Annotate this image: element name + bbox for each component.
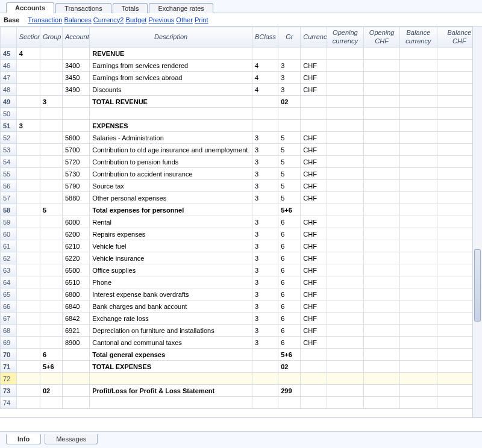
cell[interactable] bbox=[364, 108, 400, 120]
cell[interactable] bbox=[364, 180, 400, 192]
cell[interactable]: CHF bbox=[301, 60, 327, 72]
cell[interactable] bbox=[252, 108, 278, 120]
cell[interactable]: 3 bbox=[252, 300, 278, 313]
table-row[interactable]: 575880Other personal expenses35CHF bbox=[1, 192, 482, 204]
cell[interactable] bbox=[400, 132, 437, 144]
cell[interactable] bbox=[364, 84, 400, 96]
cell[interactable]: 64 bbox=[1, 276, 17, 288]
cell[interactable] bbox=[301, 397, 327, 409]
cell[interactable]: 3 bbox=[252, 228, 278, 240]
col-header-opening-currency[interactable]: Opening currency bbox=[327, 27, 364, 48]
cell[interactable]: 49 bbox=[1, 96, 17, 108]
cell[interactable]: Depreciation on furniture and installati… bbox=[90, 325, 252, 337]
cell[interactable] bbox=[400, 96, 437, 108]
cell[interactable]: 52 bbox=[1, 132, 17, 144]
cell[interactable]: 6 bbox=[40, 349, 62, 361]
cell[interactable] bbox=[400, 84, 437, 96]
cell[interactable] bbox=[327, 361, 364, 373]
cell[interactable] bbox=[40, 337, 62, 349]
cell[interactable] bbox=[40, 144, 62, 156]
cell[interactable]: 3 bbox=[252, 144, 278, 156]
cell[interactable]: 8900 bbox=[62, 337, 89, 349]
table-row[interactable]: 686921Depreciation on furniture and inst… bbox=[1, 325, 482, 337]
cell[interactable]: CHF bbox=[301, 288, 327, 300]
cell[interactable] bbox=[40, 48, 62, 60]
cell[interactable]: 5700 bbox=[62, 144, 89, 156]
cell[interactable] bbox=[16, 132, 40, 144]
cell[interactable] bbox=[327, 84, 364, 96]
cell[interactable] bbox=[90, 108, 252, 120]
cell[interactable] bbox=[400, 361, 437, 373]
cell[interactable] bbox=[40, 72, 62, 84]
cell[interactable] bbox=[364, 96, 400, 108]
cell[interactable]: 3490 bbox=[62, 84, 89, 96]
cell[interactable] bbox=[327, 313, 364, 325]
vertical-scrollbar[interactable] bbox=[472, 26, 482, 417]
cell[interactable] bbox=[62, 397, 89, 409]
cell[interactable] bbox=[16, 168, 40, 180]
accounts-grid[interactable]: SectionGroupAccountDescriptionBClassGrCu… bbox=[0, 26, 482, 409]
cell[interactable] bbox=[327, 60, 364, 72]
grid-header-row[interactable]: SectionGroupAccountDescriptionBClassGrCu… bbox=[1, 27, 482, 48]
cell[interactable] bbox=[16, 216, 40, 228]
cell[interactable] bbox=[400, 288, 437, 300]
link-balances[interactable]: Balances bbox=[64, 16, 91, 23]
table-row[interactable]: 545720Contribution to pension funds35CHF bbox=[1, 156, 482, 168]
cell[interactable] bbox=[400, 60, 437, 72]
cell[interactable]: 6 bbox=[278, 264, 301, 276]
cell[interactable]: Exchange rate loss bbox=[90, 313, 252, 325]
cell[interactable]: 72 bbox=[1, 373, 17, 385]
cell[interactable]: TOTAL REVENUE bbox=[90, 96, 252, 108]
cell[interactable] bbox=[252, 373, 278, 385]
cell[interactable]: 5 bbox=[278, 168, 301, 180]
cell[interactable] bbox=[301, 48, 327, 60]
cell[interactable]: 53 bbox=[1, 144, 17, 156]
cell[interactable]: 55 bbox=[1, 168, 17, 180]
cell[interactable] bbox=[252, 120, 278, 132]
table-row[interactable]: 666840Bank charges and bank account36CHF bbox=[1, 300, 482, 313]
cell[interactable] bbox=[400, 204, 437, 216]
cell[interactable]: 6 bbox=[278, 216, 301, 228]
cell[interactable]: 3 bbox=[252, 313, 278, 325]
cell[interactable]: 4 bbox=[252, 60, 278, 72]
cell[interactable] bbox=[278, 108, 301, 120]
cell[interactable]: Source tax bbox=[90, 180, 252, 192]
cell[interactable]: 5 bbox=[278, 156, 301, 168]
cell[interactable]: 3 bbox=[252, 252, 278, 264]
cell[interactable] bbox=[40, 84, 62, 96]
cell[interactable] bbox=[40, 313, 62, 325]
top-tab-accounts[interactable]: Accounts bbox=[6, 2, 54, 13]
cell[interactable] bbox=[16, 84, 40, 96]
cell[interactable]: 73 bbox=[1, 385, 17, 397]
cell[interactable]: 47 bbox=[1, 72, 17, 84]
cell[interactable] bbox=[327, 192, 364, 204]
cell[interactable] bbox=[16, 325, 40, 337]
cell[interactable]: CHF bbox=[301, 240, 327, 252]
cell[interactable] bbox=[40, 240, 62, 252]
cell[interactable]: 3 bbox=[252, 264, 278, 276]
cell[interactable] bbox=[278, 373, 301, 385]
cell[interactable] bbox=[364, 132, 400, 144]
cell[interactable]: Rental bbox=[90, 216, 252, 228]
table-row[interactable]: 50 bbox=[1, 108, 482, 120]
cell[interactable] bbox=[364, 397, 400, 409]
cell[interactable]: 50 bbox=[1, 108, 17, 120]
cell[interactable] bbox=[40, 300, 62, 313]
cell[interactable]: 3 bbox=[278, 60, 301, 72]
table-row[interactable]: 555730Contribution to accident insurance… bbox=[1, 168, 482, 180]
cell[interactable]: 6 bbox=[278, 313, 301, 325]
cell[interactable] bbox=[62, 349, 89, 361]
cell[interactable] bbox=[90, 373, 252, 385]
table-row[interactable]: 698900Cantonal and communal taxes36CHF bbox=[1, 337, 482, 349]
cell[interactable] bbox=[364, 313, 400, 325]
cell[interactable]: Office supplies bbox=[90, 264, 252, 276]
cell[interactable] bbox=[62, 108, 89, 120]
table-row[interactable]: 585Total expenses for personnel5+6 bbox=[1, 204, 482, 216]
cell[interactable]: 3 bbox=[278, 72, 301, 84]
link-previous[interactable]: Previous bbox=[149, 16, 175, 23]
cell[interactable]: Profit/Loss for Profit & Loss Statement bbox=[90, 385, 252, 397]
cell[interactable]: 5720 bbox=[62, 156, 89, 168]
cell[interactable]: 6220 bbox=[62, 252, 89, 264]
col-header-bclass[interactable]: BClass bbox=[252, 27, 278, 48]
cell[interactable] bbox=[301, 120, 327, 132]
